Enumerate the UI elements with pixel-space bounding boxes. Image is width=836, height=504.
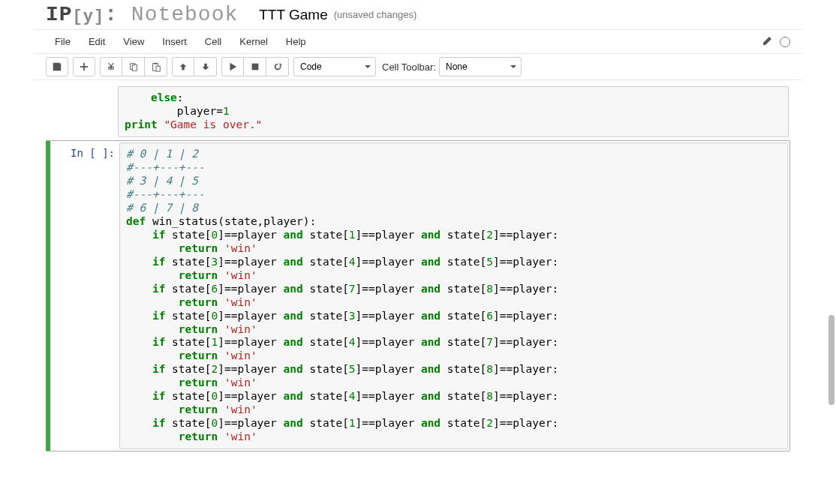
cell-toolbar-value: None xyxy=(446,62,468,72)
save-status: (unsaved changes) xyxy=(334,9,417,20)
save-button[interactable] xyxy=(46,57,68,76)
copy-button[interactable] xyxy=(122,57,145,76)
code-cell-partial[interactable]: else: player=1print "Game is over." xyxy=(46,85,790,139)
menu-help[interactable]: Help xyxy=(277,32,315,52)
cell-prompt: In [ ]: xyxy=(52,142,119,449)
menu-view[interactable]: View xyxy=(114,32,153,52)
notebook-header: IP[y]: Notebook TTT Game (unsaved change… xyxy=(34,0,802,30)
paste-button[interactable] xyxy=(145,57,167,76)
scrollbar-thumb[interactable] xyxy=(828,315,834,405)
code-input[interactable]: # 0 | 1 | 2#---+---+---# 3 | 4 | 5#---+-… xyxy=(119,142,788,449)
cell-toolbar-label: Cell Toolbar: xyxy=(382,62,436,73)
menu-file[interactable]: File xyxy=(46,32,80,52)
cut-button[interactable] xyxy=(100,57,122,76)
menubar: File Edit View Insert Cell Kernel Help xyxy=(34,30,802,54)
svg-rect-5 xyxy=(251,64,258,70)
code-input[interactable]: else: player=1print "Game is over." xyxy=(118,86,789,137)
menu-cell[interactable]: Cell xyxy=(196,32,230,52)
notebook-name[interactable]: TTT Game xyxy=(259,7,328,23)
menu-edit[interactable]: Edit xyxy=(80,32,114,52)
code-cell-selected[interactable]: In [ ]: # 0 | 1 | 2#---+---+---# 3 | 4 |… xyxy=(46,140,790,452)
notebook-container[interactable]: else: player=1print "Game is over." In [… xyxy=(34,80,802,452)
edit-mode-icon xyxy=(762,34,774,49)
menu-insert[interactable]: Insert xyxy=(153,32,196,52)
menu-kernel[interactable]: Kernel xyxy=(230,32,277,52)
run-button[interactable] xyxy=(221,57,244,76)
ipython-logo: IP[y]: Notebook xyxy=(46,3,238,26)
cell-type-value: Code xyxy=(300,62,322,72)
cell-type-select[interactable]: Code xyxy=(293,57,376,76)
svg-rect-1 xyxy=(132,64,137,70)
insert-cell-button[interactable] xyxy=(73,57,95,76)
kernel-indicator-icon xyxy=(780,37,790,47)
cell-toolbar-select[interactable]: None xyxy=(439,57,522,76)
interrupt-button[interactable] xyxy=(244,57,266,76)
move-up-button[interactable] xyxy=(172,57,194,76)
svg-rect-3 xyxy=(154,63,157,64)
restart-button[interactable] xyxy=(266,57,289,76)
svg-rect-4 xyxy=(156,66,160,71)
toolbar: Code Cell Toolbar: None xyxy=(34,54,802,80)
move-down-button[interactable] xyxy=(194,57,217,76)
